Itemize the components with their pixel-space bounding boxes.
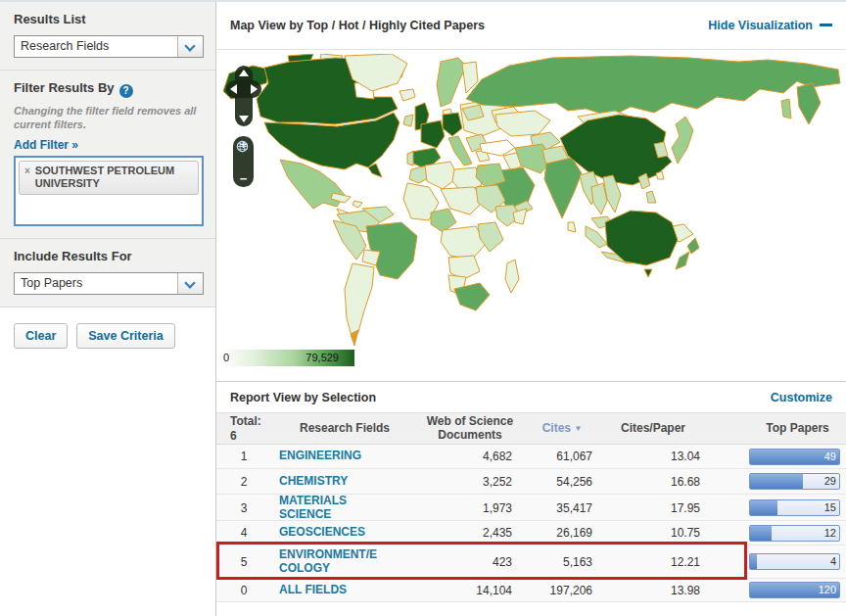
- globe-icon[interactable]: [236, 140, 249, 153]
- sidebar: Results List Research Fields Filter Resu…: [0, 2, 216, 616]
- hide-visualization-link[interactable]: Hide Visualization: [708, 19, 832, 32]
- country-hispaniola[interactable]: [352, 201, 362, 208]
- filter-section: Filter Results By? Changing the filter f…: [0, 71, 215, 239]
- row-cites: 54,256: [522, 475, 602, 489]
- results-list-title: Results List: [14, 12, 204, 26]
- country-ireland[interactable]: [403, 115, 413, 126]
- row-cites: 5,163: [522, 555, 602, 569]
- field-link[interactable]: ENGINEERING: [279, 449, 361, 462]
- country-madagascar[interactable]: [505, 260, 519, 293]
- country-france[interactable]: [421, 120, 445, 148]
- country-sakhalin[interactable]: [781, 99, 791, 118]
- zoom-out-button[interactable]: −: [240, 172, 248, 185]
- table-row: 4GEOSCIENCES2,43526,16910.7512: [216, 521, 846, 545]
- country-kamchatka[interactable]: [797, 83, 821, 124]
- help-icon[interactable]: ?: [119, 84, 133, 98]
- top-papers-bar-fill: [750, 526, 772, 541]
- active-filters-box[interactable]: × SOUTHWEST PETROLEUM UNIVERSITY: [14, 156, 204, 226]
- top-papers-value: 15: [824, 501, 836, 513]
- row-docs: 14,104: [418, 584, 522, 597]
- row-cites: 26,169: [522, 526, 602, 540]
- row-cites-per-paper: 12.21: [602, 555, 704, 569]
- row-rank: 4: [216, 526, 271, 540]
- pan-down-button[interactable]: [239, 116, 249, 122]
- filter-title: Filter Results By: [14, 80, 115, 95]
- remove-filter-icon[interactable]: ×: [24, 166, 30, 192]
- country-taiwan[interactable]: [656, 171, 664, 179]
- country-india[interactable]: [544, 158, 582, 218]
- country-kazakhstan[interactable]: [495, 111, 550, 136]
- map-zoom-control: + −: [233, 136, 254, 187]
- row-cites-per-paper: 16.68: [602, 475, 704, 489]
- top-papers-bar: 15: [749, 499, 840, 516]
- column-header-research-fields: Research Fields: [271, 422, 418, 436]
- clear-button[interactable]: Clear: [14, 323, 68, 349]
- sort-arrow-icon: ▼: [574, 424, 582, 433]
- app-window: Results List Research Fields Filter Resu…: [0, 0, 846, 616]
- row-rank: 0: [216, 584, 271, 597]
- top-papers-bar-fill: [750, 500, 777, 515]
- top-papers-bar: 4: [749, 553, 840, 570]
- table-row: 3MATERIALS SCIENCE1,97335,41717.9515: [216, 495, 846, 521]
- row-docs: 2,435: [418, 526, 522, 540]
- country-sri_lanka[interactable]: [568, 222, 576, 232]
- field-link[interactable]: ENVIRONMENT/E COLOGY: [279, 547, 377, 575]
- table-row: 1ENGINEERING4,68261,06713.0449: [216, 445, 846, 469]
- country-philippines_south[interactable]: [646, 191, 656, 203]
- row-docs: 423: [418, 555, 522, 569]
- include-results-title: Include Results For: [14, 249, 204, 263]
- field-link[interactable]: GEOSCIENCES: [279, 525, 365, 539]
- top-papers-value: 4: [830, 555, 836, 567]
- row-cites-per-paper: 13.04: [602, 450, 704, 463]
- country-germany[interactable]: [443, 113, 462, 136]
- top-papers-bar-fill: [750, 554, 757, 569]
- include-results-dropdown[interactable]: Top Papers: [14, 272, 204, 295]
- country-sumatra[interactable]: [586, 226, 607, 248]
- row-cites-per-paper: 17.95: [602, 501, 704, 515]
- row-docs: 4,682: [418, 450, 522, 463]
- report-header: Report View by Selection Customize: [216, 381, 846, 412]
- sidebar-actions: Clear Save Criteria: [0, 308, 215, 349]
- legend-min-label: 0: [223, 352, 229, 363]
- save-criteria-button[interactable]: Save Criteria: [76, 323, 174, 349]
- country-portugal[interactable]: [407, 152, 413, 166]
- field-link[interactable]: CHEMISTRY: [279, 474, 348, 488]
- table-header-row: Total: 6 Research Fields Web of Science …: [216, 413, 846, 445]
- row-cites: 61,067: [522, 450, 602, 463]
- row-cites: 197,206: [522, 584, 602, 597]
- total-count-header: Total: 6: [216, 414, 271, 443]
- add-filter-link[interactable]: Add Filter »: [14, 138, 78, 152]
- chevron-down-icon[interactable]: [177, 273, 203, 294]
- map-legend: 0 79,529: [221, 350, 354, 366]
- main-panel: Map View by Top / Hot / Highly Cited Pap…: [216, 2, 846, 616]
- map-pan-control: [226, 66, 261, 126]
- map-visualization: + − 0 79,529: [216, 50, 846, 381]
- table-row: 2CHEMISTRY3,25254,25616.6829: [216, 469, 846, 495]
- pan-up-button[interactable]: [239, 70, 249, 76]
- results-list-dropdown[interactable]: Research Fields: [14, 35, 204, 58]
- country-argentina[interactable]: [345, 263, 374, 340]
- country-tasmania[interactable]: [644, 269, 652, 277]
- chevron-down-icon[interactable]: [177, 36, 203, 57]
- top-papers-bar: 120: [749, 582, 840, 598]
- country-new_zealand_south[interactable]: [676, 252, 689, 269]
- pan-right-button[interactable]: [251, 84, 258, 94]
- include-results-section: Include Results For Top Papers: [0, 239, 215, 308]
- field-link[interactable]: MATERIALS SCIENCE: [279, 494, 347, 521]
- country-norway_sweden[interactable]: [437, 58, 466, 107]
- column-header-cites-sort[interactable]: Cites ▼: [522, 422, 602, 436]
- top-papers-bar: 29: [749, 473, 840, 490]
- country-japan[interactable]: [672, 117, 693, 164]
- pan-left-button[interactable]: [230, 84, 237, 94]
- world-map[interactable]: [219, 54, 842, 348]
- field-link[interactable]: ALL FIELDS: [279, 583, 347, 596]
- top-papers-value: 120: [819, 584, 836, 595]
- top-papers-bar: 12: [749, 525, 840, 542]
- results-list-dropdown-value: Research Fields: [15, 36, 177, 57]
- column-header-top-papers: Top Papers: [749, 422, 846, 436]
- top-papers-bar: 49: [749, 449, 840, 465]
- country-iceland[interactable]: [400, 89, 415, 101]
- customize-link[interactable]: Customize: [771, 391, 832, 404]
- row-rank: 1: [216, 450, 271, 463]
- row-rank: 3: [216, 501, 271, 515]
